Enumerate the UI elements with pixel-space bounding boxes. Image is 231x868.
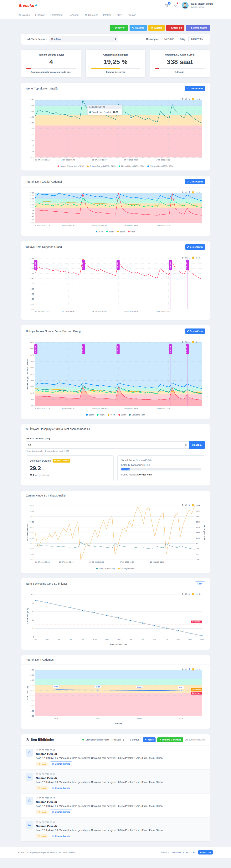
zoom-out-icon[interactable]: ⊖ — [185, 256, 187, 259]
zoom-in-icon[interactable]: ⊕ — [182, 504, 184, 506]
mark-read-button[interactable]: ◎Okundu İşaretle — [50, 786, 72, 790]
legend-item[interactable]: 60cm — [128, 230, 136, 233]
nav-item-gorevler[interactable]: ▦Görevler — [85, 13, 98, 17]
end-date-input[interactable]: 08/31/2025 — [188, 36, 205, 42]
legend-item[interactable]: Sulama Bölgesi (18% - 24%) — [87, 165, 116, 167]
home-icon[interactable]: ⌂ — [196, 504, 198, 506]
selection-zoom-icon[interactable]: ⚲ — [188, 504, 190, 506]
pan-icon[interactable]: ✋ — [192, 593, 195, 595]
water-need-time-chart[interactable]: 100.0029.9090.0026.9180.0023.9270.0020.9… — [26, 503, 205, 565]
zoom-out-icon[interactable]: ⊖ — [185, 593, 187, 595]
irrigation-done-button[interactable]: −Sulama Yapıldı — [186, 25, 210, 31]
legend-item[interactable]: 30cm — [97, 413, 105, 416]
notifications-button[interactable] — [173, 3, 178, 8]
logo[interactable]: ♞ esular — [18, 3, 37, 8]
home-icon[interactable]: ⌂ — [196, 668, 198, 671]
legend-item[interactable]: Ortalama Nem — [129, 413, 145, 416]
zoom-out-icon[interactable]: ⊖ — [185, 668, 187, 671]
nav-item-araclar[interactable]: Araçlar — [128, 13, 136, 17]
staged-moisture-chart[interactable]: 37.0933.3829.6725.9622.2518.5514.8411.13… — [26, 190, 205, 228]
zoom-out-icon[interactable]: ⊖ — [185, 98, 187, 100]
home-icon[interactable]: ⌂ — [196, 340, 198, 343]
hide-chart-button[interactable]: Gizle — [195, 581, 205, 586]
mark-read-button[interactable]: ◎Okundu İşaretle — [50, 834, 72, 838]
mark-read-button[interactable]: ◎Okundu İşaretle — [50, 762, 72, 766]
nav-item-isletme[interactable]: ⌘İşletme — [18, 13, 30, 17]
legend-item[interactable]: 45cm — [108, 413, 115, 416]
chart-canvas[interactable]: 100%90%80%70%60%50%40%30%20%10%0%01-07-2… — [26, 340, 205, 411]
edit-button[interactable]: ⚙Düzenle — [129, 25, 147, 31]
home-icon[interactable]: ⌂ — [196, 593, 198, 595]
detailed-moisture-chart[interactable]: 32.4929.2425.9922.7419.4916.2513.009.756… — [26, 255, 205, 315]
selection-zoom-icon[interactable]: ⚲ — [188, 340, 190, 343]
expand-chart-button[interactable]: ⤢Geniş Göster — [185, 329, 205, 334]
nav-item-istekler[interactable]: İstekler — [103, 13, 111, 17]
selection-zoom-icon[interactable]: ⚲ — [188, 256, 190, 259]
home-icon[interactable]: ⌂ — [196, 256, 198, 259]
quick-date-select[interactable]: Son 3 Ay — [49, 36, 118, 42]
legend-item[interactable]: Solma Bölgesi (0% - 18%) — [57, 165, 84, 167]
zoom-in-icon[interactable]: ⊕ — [182, 593, 184, 595]
pause-updates-button[interactable]: Durdur — [128, 737, 141, 742]
footer-link-notifications[interactable]: Bildirimleri yönet — [172, 851, 188, 854]
menu-icon[interactable]: ≡ — [199, 191, 200, 193]
menu-icon[interactable]: ≡ — [199, 340, 200, 343]
menu-icon[interactable]: ≡ — [199, 593, 200, 595]
menu-icon[interactable]: ≡ — [199, 668, 200, 671]
nav-item-sensorler[interactable]: Sensörler — [69, 13, 79, 17]
home-icon[interactable]: ⌂ — [196, 98, 198, 100]
zoom-out-icon[interactable]: ⊖ — [185, 191, 187, 193]
soil-moisture-chart[interactable]: 32.4929.2425.9922.7419.4916.2513.009.756… — [26, 97, 205, 163]
legend-item[interactable]: 30cm — [106, 230, 114, 233]
pan-icon[interactable]: ✋ — [192, 98, 195, 100]
selection-zoom-icon[interactable]: ⚲ — [188, 668, 190, 671]
menu-icon[interactable]: ≡ — [199, 504, 200, 506]
number-stepper-icon[interactable] — [185, 444, 187, 446]
selection-zoom-icon[interactable]: ⚲ — [188, 191, 190, 193]
selection-zoom-icon[interactable]: ⚲ — [188, 593, 190, 595]
moisture-by-depth-chart[interactable]: 36.0032.0028.0024.0020.0016.0012.008.004… — [26, 667, 205, 726]
zoom-in-icon[interactable]: ⊕ — [182, 98, 184, 100]
legend-item[interactable]: 45cm — [117, 230, 125, 233]
nav-item-arazi[interactable]: Arazi — [116, 13, 122, 17]
legend-item[interactable]: 60cm — [118, 413, 126, 416]
selection-zoom-icon[interactable]: ⚲ — [188, 98, 190, 100]
pan-icon[interactable]: ✋ — [192, 340, 195, 343]
view-all-button[interactable]: ✓Tümünü Görüntüle — [157, 737, 183, 742]
chart-canvas[interactable]: 37.0933.3829.6725.9622.2518.5514.8411.13… — [26, 190, 205, 228]
pan-icon[interactable]: ✋ — [192, 256, 195, 259]
chart-canvas[interactable]: 32.4929.2425.9922.7419.4916.2513.009.756… — [26, 255, 205, 314]
legend-item[interactable]: Yüksek Nem (29% - 33%) — [148, 165, 174, 167]
refresh-button[interactable]: ↻Yenile — [143, 737, 156, 742]
expand-chart-button[interactable]: ⤢Geniş Göster — [185, 86, 205, 91]
combined-valve-chart[interactable]: 100%90%80%70%60%50%40%30%20%10%0%01-07-2… — [26, 340, 205, 412]
chart-canvas[interactable]: 1008060402000%2%4%6%8%10%12%14%16%18%20%… — [26, 592, 205, 646]
mark-read-button[interactable]: ◎Okundu İşaretle — [50, 810, 72, 814]
legend-item[interactable]: Normal Nem (24% - 29%) — [119, 165, 144, 167]
pan-icon[interactable]: ✋ — [192, 504, 195, 506]
zoom-in-icon[interactable]: ⊕ — [182, 340, 184, 343]
legend-item[interactable]: 15cm — [86, 413, 94, 416]
menu-icon[interactable]: ≡ — [199, 256, 200, 259]
pan-icon[interactable]: ✋ — [192, 668, 195, 671]
site-link-button[interactable]: esular.com — [198, 850, 213, 855]
start-date-input[interactable]: 07/01/2025 — [161, 36, 178, 42]
zoom-in-icon[interactable]: ⊕ — [182, 256, 184, 259]
zoom-in-icon[interactable]: ⊕ — [182, 191, 184, 193]
footer-link-faq[interactable]: SSS — [191, 851, 195, 854]
nav-item-kontrolculer[interactable]: Kontrolcüler — [50, 13, 63, 17]
pan-icon[interactable]: ✋ — [192, 191, 195, 193]
chart-canvas[interactable]: 36.0032.0028.0024.0020.0016.0012.008.004… — [26, 667, 205, 725]
legend-item[interactable]: Su İhtiyacı (mm) — [118, 567, 135, 570]
nav-item-ekranlar[interactable]: Ekranlar — [35, 13, 44, 17]
zoom-in-icon[interactable]: ⊕ — [182, 668, 184, 671]
calculate-button[interactable]: Hesapla — [189, 441, 205, 449]
expand-chart-button[interactable]: ⤢Geniş Göster — [185, 244, 205, 250]
zoom-out-icon[interactable]: ⊖ — [185, 340, 187, 343]
home-icon[interactable]: ⌂ — [196, 191, 198, 193]
need-by-moisture-chart[interactable]: 1008060402000%2%4%6%8%10%12%14%16%18%20%… — [26, 592, 205, 647]
update-interval-select[interactable]: 30 saniye — [111, 737, 126, 742]
add-sensors-button[interactable]: +Sensörler — [110, 25, 128, 31]
legend-item[interactable]: Nem Seviyesi (%) — [96, 567, 115, 570]
delete-screen-button[interactable]: −Ekranı Sil — [166, 25, 184, 31]
